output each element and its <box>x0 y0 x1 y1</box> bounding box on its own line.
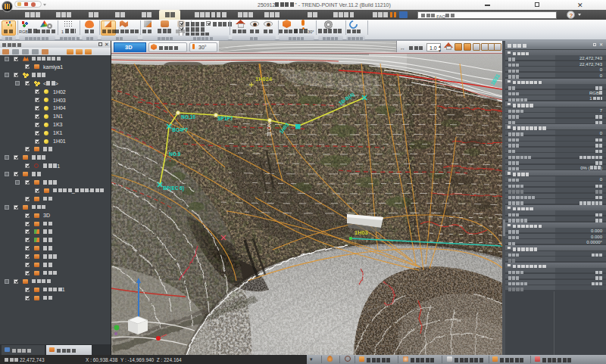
svg-text:NO.11: NO.11 <box>267 123 272 137</box>
svg-text:1H024: 1H024 <box>255 76 273 82</box>
svg-text:BC4P7: BC4P7 <box>172 127 188 132</box>
svg-text:NO.9: NO.9 <box>169 151 181 157</box>
svg-text:BP(EC 6): BP(EC 6) <box>163 185 184 191</box>
svg-text:SP1P7: SP1P7 <box>217 116 233 121</box>
svg-text:1H03: 1H03 <box>355 229 368 236</box>
svg-text:NO.10: NO.10 <box>181 114 195 120</box>
